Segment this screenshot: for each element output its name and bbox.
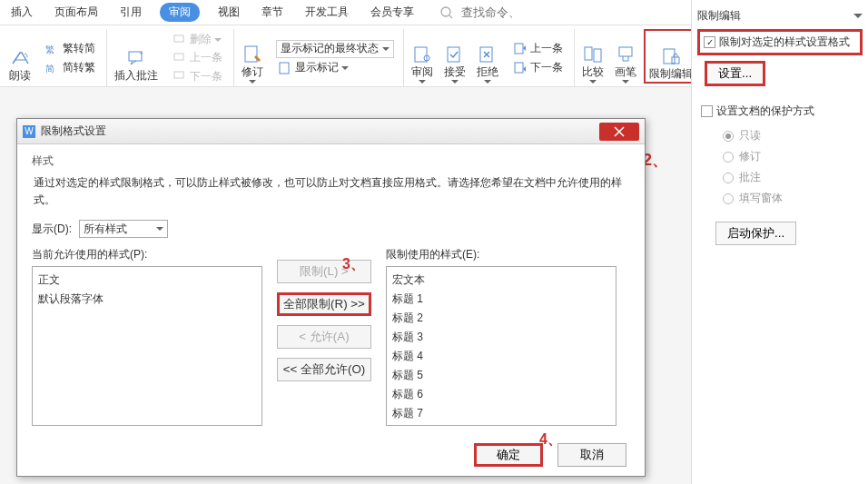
search-area[interactable] [439,5,516,20]
chevron-down-icon [156,227,163,231]
svg-rect-23 [515,63,523,73]
protect-doc-checkbox[interactable] [701,105,713,117]
next-comment-button[interactable]: 下一条 [171,68,224,85]
protect-doc-check-row[interactable]: 设置文档的保护方式 [697,101,863,122]
settings-button[interactable]: 设置... [705,61,765,86]
list-item[interactable]: 标题 5 [392,366,610,385]
list-item[interactable]: 标题 6 [392,385,610,404]
compare-icon [583,44,603,64]
list-item[interactable]: 宏文本 [392,271,610,290]
svg-rect-28 [672,57,679,64]
comment-add-icon: + [126,48,146,68]
list-item[interactable]: 默认段落字体 [38,290,256,309]
list-item[interactable]: 标题 2 [392,309,610,328]
prev-change-button[interactable]: 上一条 [511,40,565,58]
markup-icon [278,61,292,75]
change-up-icon [513,42,528,56]
list-item[interactable]: 标题 3 [392,328,610,347]
radio-readonly[interactable]: 只读 [723,125,863,146]
allow-button[interactable]: < 允许(A) [277,325,371,349]
delete-comment-button[interactable]: 删除 [171,31,224,48]
insert-comment-button[interactable]: + 插入批注 [111,29,162,84]
description-text: 通过对选定的样式限制格式，可以防止样式被修改，也可以防止对文档直接应用格式。请选… [34,174,628,209]
markup-state-select[interactable]: 显示标记的最终状态 [276,40,394,58]
menu-reference[interactable]: 引用 [116,3,145,22]
menu-chapter[interactable]: 章节 [258,3,287,22]
svg-rect-25 [594,49,601,62]
menu-view[interactable]: 视图 [214,3,243,22]
list-item[interactable]: 正文 [38,271,256,290]
restrict-styles-label: 限制对选定的样式设置格式 [719,35,850,50]
brush-icon [616,44,636,64]
menu-insert[interactable]: 插入 [7,3,36,22]
svg-rect-13 [174,35,183,42]
start-protect-button[interactable]: 启动保护... [715,222,796,245]
restrict-edit-panel: 限制编辑 限制对选定的样式设置格式 设置... 设置文档的保护方式 只读 修订 … [691,0,868,484]
list-item[interactable]: 标题 1 [392,290,610,309]
next-change-button[interactable]: 下一条 [511,59,565,77]
svg-text:+: + [139,49,143,57]
speaker-icon [10,48,30,68]
menu-page-layout[interactable]: 页面布局 [51,3,102,22]
change-down-icon [513,61,528,75]
styles-section-label: 样式 [32,153,630,169]
dialog-title-text: 限制格式设置 [41,123,106,139]
reject-icon [478,44,498,64]
svg-line-1 [449,15,452,18]
protect-mode-radios: 只读 修订 批注 填写窗体 [723,125,863,209]
dialog-close-button[interactable] [599,123,639,141]
reject-button[interactable]: 拒绝 [473,29,502,84]
t2s-icon: 简 [45,61,60,75]
restrict-format-dialog: 3、 4、 W 限制格式设置 样式 通过对选定的样式限制格式，可以防止样式被修改… [16,118,646,477]
revise-button[interactable]: 修订 [238,29,267,84]
show-markup-button[interactable]: 显示标记 [276,59,394,77]
panel-caret-icon[interactable] [853,14,863,18]
menu-member[interactable]: 会员专享 [367,3,418,22]
read-aloud-button[interactable]: 朗读 [5,29,35,84]
list-item[interactable]: 标题 7 [392,404,610,423]
accept-icon [445,44,465,64]
simp-to-trad[interactable]: 繁繁转简 [44,40,97,58]
list-item[interactable]: 标题 4 [392,347,610,366]
search-input[interactable] [461,5,516,19]
radio-revise[interactable]: 修订 [723,146,863,167]
svg-rect-26 [619,47,632,56]
svg-rect-24 [585,47,592,60]
dialog-app-icon: W [23,125,35,138]
svg-text:繁: 繁 [45,44,54,54]
svg-rect-17 [280,63,289,74]
svg-rect-16 [245,46,257,62]
revise-icon [242,44,262,64]
menu-review[interactable]: 审阅 [160,3,200,22]
trad-to-simp[interactable]: 简简转繁 [44,59,97,77]
restrict-styles-check-row[interactable]: 限制对选定的样式设置格式 [697,29,863,55]
restrict-edit-button[interactable]: 限制编辑 [644,29,698,84]
brush-button[interactable]: 画笔 [611,29,640,84]
radio-form[interactable]: 填写窗体 [723,188,863,209]
display-label: 显示(D): [32,222,72,237]
comment-down-icon [173,69,187,84]
cancel-button[interactable]: 取消 [557,443,626,467]
restrict-all-button[interactable]: 全部限制(R) >> [277,292,371,316]
compare-button[interactable]: 比较 [578,29,607,84]
accept-button[interactable]: 接受 [440,29,469,84]
annotation-3: 3、 [342,255,365,274]
dialog-titlebar[interactable]: W 限制格式设置 [17,119,645,144]
comment-up-icon [173,51,187,65]
svg-rect-20 [448,47,459,62]
restrict-styles-checkbox[interactable] [704,36,715,48]
review-icon [412,44,432,64]
menu-dev-tools[interactable]: 开发工具 [301,3,352,22]
display-select[interactable]: 所有样式 [79,220,168,238]
allow-all-button[interactable]: << 全部允许(O) [277,358,371,381]
review-button[interactable]: 审阅 [408,29,437,84]
ok-button[interactable]: 确定 [474,443,543,467]
prev-comment-button[interactable]: 上一条 [171,49,224,66]
allowed-styles-list[interactable]: 正文默认段落字体 [32,266,262,426]
search-icon [439,5,454,20]
restricted-styles-list[interactable]: 宏文本标题 1标题 2标题 3标题 4标题 5标题 6标题 7 [386,266,616,426]
lock-doc-icon [661,46,681,66]
comment-minus-icon [173,33,187,47]
radio-comment[interactable]: 批注 [723,167,863,188]
close-icon [614,126,625,137]
